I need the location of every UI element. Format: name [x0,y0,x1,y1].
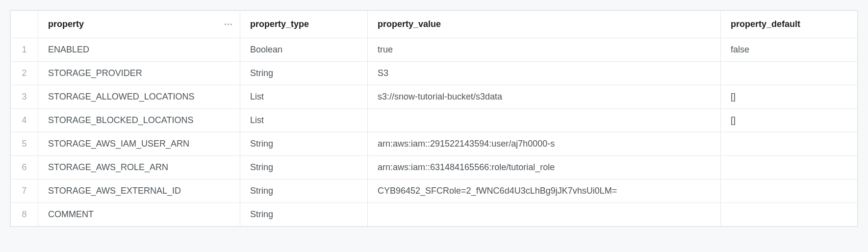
header-property-default[interactable]: property_default [721,11,858,38]
cell-property-type[interactable]: Boolean [240,38,368,62]
cell-property-default[interactable]: [] [721,85,858,109]
cell-property-type[interactable]: List [240,109,368,132]
header-property-label: property [48,19,84,29]
cell-property[interactable]: STORAGE_AWS_IAM_USER_ARN [38,132,240,156]
cell-property-value[interactable]: s3://snow-tutorial-bucket/s3data [368,85,721,109]
cell-property-type[interactable]: String [240,156,368,179]
header-property-type[interactable]: property_type [240,11,368,38]
cell-property-default[interactable] [721,132,858,156]
header-rownum[interactable] [11,11,38,38]
cell-property-value[interactable]: CYB96452_SFCRole=2_fWNC6d4U3cLhBg9jJK7vh… [368,179,721,203]
cell-property-type[interactable]: List [240,85,368,109]
cell-property-value[interactable] [368,203,721,227]
row-number: 2 [11,62,38,85]
table-body: 1ENABLEDBooleantruefalse2STORAGE_PROVIDE… [11,38,858,227]
cell-property-default[interactable] [721,179,858,203]
row-number: 7 [11,179,38,203]
table-row[interactable]: 7STORAGE_AWS_EXTERNAL_IDStringCYB96452_S… [11,179,858,203]
cell-property-value[interactable]: S3 [368,62,721,85]
row-number: 8 [11,203,38,227]
row-number: 3 [11,85,38,109]
cell-property[interactable]: STORAGE_BLOCKED_LOCATIONS [38,109,240,132]
table-row[interactable]: 6STORAGE_AWS_ROLE_ARNStringarn:aws:iam::… [11,156,858,179]
row-number: 4 [11,109,38,132]
cell-property-default[interactable] [721,156,858,179]
results-table: property ··· property_type property_valu… [10,10,858,227]
cell-property[interactable]: STORAGE_PROVIDER [38,62,240,85]
cell-property[interactable]: STORAGE_AWS_ROLE_ARN [38,156,240,179]
table-row[interactable]: 2STORAGE_PROVIDERStringS3 [11,62,858,85]
cell-property-value[interactable]: arn:aws:iam::291522143594:user/aj7h0000-… [368,132,721,156]
table-row[interactable]: 5STORAGE_AWS_IAM_USER_ARNStringarn:aws:i… [11,132,858,156]
cell-property-type[interactable]: String [240,179,368,203]
cell-property-default[interactable] [721,62,858,85]
cell-property-default[interactable] [721,203,858,227]
cell-property-default[interactable]: [] [721,109,858,132]
row-number: 1 [11,38,38,62]
header-property-type-label: property_type [250,19,309,29]
cell-property-value[interactable]: arn:aws:iam::631484165566:role/tutorial_… [368,156,721,179]
header-property-value[interactable]: property_value [368,11,721,38]
cell-property[interactable]: STORAGE_ALLOWED_LOCATIONS [38,85,240,109]
cell-property-type[interactable]: String [240,62,368,85]
table-row[interactable]: 4STORAGE_BLOCKED_LOCATIONSList[] [11,109,858,132]
table-row[interactable]: 8COMMENTString [11,203,858,227]
table-header: property ··· property_type property_valu… [11,11,858,38]
table-row[interactable]: 1ENABLEDBooleantruefalse [11,38,858,62]
cell-property[interactable]: ENABLED [38,38,240,62]
cell-property-default[interactable]: false [721,38,858,62]
header-property-value-label: property_value [378,19,441,29]
cell-property[interactable]: COMMENT [38,203,240,227]
cell-property[interactable]: STORAGE_AWS_EXTERNAL_ID [38,179,240,203]
row-number: 5 [11,132,38,156]
row-number: 6 [11,156,38,179]
header-property-default-label: property_default [731,19,800,29]
header-property[interactable]: property ··· [38,11,240,38]
ellipsis-icon[interactable]: ··· [224,19,233,29]
cell-property-value[interactable] [368,109,721,132]
cell-property-type[interactable]: String [240,132,368,156]
cell-property-type[interactable]: String [240,203,368,227]
table-row[interactable]: 3STORAGE_ALLOWED_LOCATIONSLists3://snow-… [11,85,858,109]
cell-property-value[interactable]: true [368,38,721,62]
